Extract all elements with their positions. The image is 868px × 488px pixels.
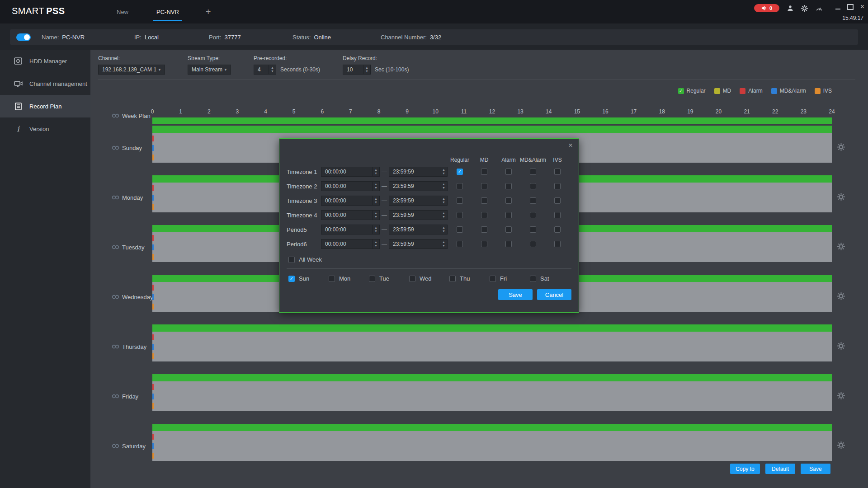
end-time-field[interactable]: 23:59:59▲▼ [389,225,448,235]
gear-icon[interactable] [837,392,845,399]
spin-down-icon[interactable]: ▼ [374,201,377,204]
alarm-checkbox[interactable] [505,183,512,189]
mdalarm-checkbox[interactable] [530,169,536,175]
regular-checkbox[interactable] [457,226,463,233]
link-icon[interactable] [112,245,119,249]
week-plan-bar[interactable]: 0123456789101112131415161718192021222324 [152,108,832,124]
spin-down-icon[interactable]: ▼ [442,186,445,190]
day-schedule-bar[interactable] [152,374,832,411]
spinner-icon[interactable]: ▲▼ [372,211,379,220]
spinner-icon[interactable]: ▲▼ [372,182,379,191]
alarm-checkbox[interactable] [505,169,512,175]
spin-down-icon[interactable]: ▼ [365,70,368,73]
gear-icon[interactable] [837,143,845,151]
spinner-icon[interactable]: ▲▼ [372,167,379,176]
end-time-field[interactable]: 23:59:59▲▼ [389,181,448,191]
link-icon[interactable] [112,113,119,118]
stream-type-select[interactable]: Main Stream ▼ [188,65,231,75]
regular-checkbox[interactable] [457,212,463,218]
day-checkbox-thu[interactable]: Thu [449,275,490,282]
start-time-field[interactable]: 00:00:00▲▼ [321,196,380,206]
gear-icon[interactable] [837,342,845,350]
performance-gauge-icon[interactable] [816,5,823,11]
legend-item-regular[interactable]: ✓Regular [678,88,706,94]
spin-down-icon[interactable]: ▼ [442,230,445,233]
save-button[interactable]: Save [801,464,830,474]
day-checkbox-tue[interactable]: Tue [369,275,409,282]
gear-icon[interactable] [837,243,845,250]
spinner-icon[interactable]: ▲▼ [440,196,447,205]
md-checkbox[interactable] [481,212,487,218]
link-icon[interactable] [112,444,119,448]
start-time-field[interactable]: 00:00:00▲▼ [321,210,380,220]
ivs-checkbox[interactable] [554,241,561,247]
spin-up-icon[interactable]: ▲ [442,183,445,186]
link-icon[interactable] [112,344,119,349]
alarm-checkbox[interactable] [505,226,512,233]
start-time-field[interactable]: 00:00:00▲▼ [321,181,380,191]
spinner-icon[interactable]: ▲▼ [440,182,447,191]
all-week-checkbox[interactable]: All Week [288,256,571,263]
minimize-icon[interactable] [835,4,840,9]
regular-checkbox[interactable] [457,241,463,247]
day-checkbox-mon[interactable]: Mon [329,275,369,282]
link-icon[interactable] [112,195,119,200]
spin-up-icon[interactable]: ▲ [442,226,445,230]
spin-down-icon[interactable]: ▼ [374,186,377,190]
device-enable-toggle[interactable] [16,33,31,41]
md-checkbox[interactable] [481,183,487,189]
md-checkbox[interactable] [481,226,487,233]
ivs-checkbox[interactable] [554,226,561,233]
spinner-icon[interactable]: ▲▼ [440,239,447,249]
day-checkbox-fri[interactable]: Fri [490,275,530,282]
gear-icon[interactable] [837,441,845,449]
dialog-close-icon[interactable]: × [568,141,573,149]
spin-down-icon[interactable]: ▼ [442,172,445,175]
spin-up-icon[interactable]: ▲ [374,211,377,215]
md-checkbox[interactable] [481,241,487,247]
ivs-checkbox[interactable] [554,212,561,218]
spinner-icon[interactable]: ▲▼ [440,211,447,220]
mdalarm-checkbox[interactable] [530,212,536,218]
tab-pc-nvr[interactable]: PC-NVR [155,9,180,15]
mdalarm-checkbox[interactable] [530,183,536,189]
spin-up-icon[interactable]: ▲ [442,240,445,244]
sidebar-item-hdd-manager[interactable]: HDD Manager [0,50,90,72]
spin-down-icon[interactable]: ▼ [374,172,377,175]
spin-up-icon[interactable]: ▲ [374,226,377,230]
spinner-icon[interactable]: ▲▼ [372,225,379,234]
spinner-icon[interactable]: ▲▼ [269,65,276,74]
end-time-field[interactable]: 23:59:59▲▼ [389,239,448,249]
spinner-icon[interactable]: ▲▼ [440,167,447,176]
spin-down-icon[interactable]: ▼ [442,244,445,248]
start-time-field[interactable]: 00:00:00▲▼ [321,167,380,177]
spin-up-icon[interactable]: ▲ [442,211,445,215]
regular-checkbox[interactable]: ✓ [457,169,463,175]
dialog-cancel-button[interactable]: Cancel [537,289,571,300]
spin-up-icon[interactable]: ▲ [374,197,377,201]
ivs-checkbox[interactable] [554,197,561,204]
sidebar-item-record-plan[interactable]: Record Plan [0,95,90,117]
spin-up-icon[interactable]: ▲ [365,66,368,70]
alarm-checkbox[interactable] [505,212,512,218]
md-checkbox[interactable] [481,197,487,204]
gear-icon[interactable] [837,292,845,300]
dialog-save-button[interactable]: Save [498,289,533,300]
default-button[interactable]: Default [765,464,795,474]
maximize-icon[interactable] [847,4,854,10]
link-icon[interactable] [112,394,119,399]
spinner-icon[interactable]: ▲▼ [363,65,370,74]
spin-up-icon[interactable]: ▲ [442,197,445,201]
channel-select[interactable]: 192.168.2.139_CAM 1 ▼ [98,65,165,75]
spin-up-icon[interactable]: ▲ [374,183,377,186]
legend-item-ivs[interactable]: IVS [815,88,832,94]
spin-down-icon[interactable]: ▼ [374,215,377,219]
spin-up-icon[interactable]: ▲ [271,66,274,70]
regular-checkbox[interactable] [457,183,463,189]
mdalarm-checkbox[interactable] [530,197,536,204]
day-schedule-bar[interactable] [152,324,832,361]
spin-down-icon[interactable]: ▼ [374,230,377,233]
spin-down-icon[interactable]: ▼ [442,215,445,219]
tab-new[interactable]: New [115,9,130,15]
day-schedule-bar[interactable] [152,424,832,461]
